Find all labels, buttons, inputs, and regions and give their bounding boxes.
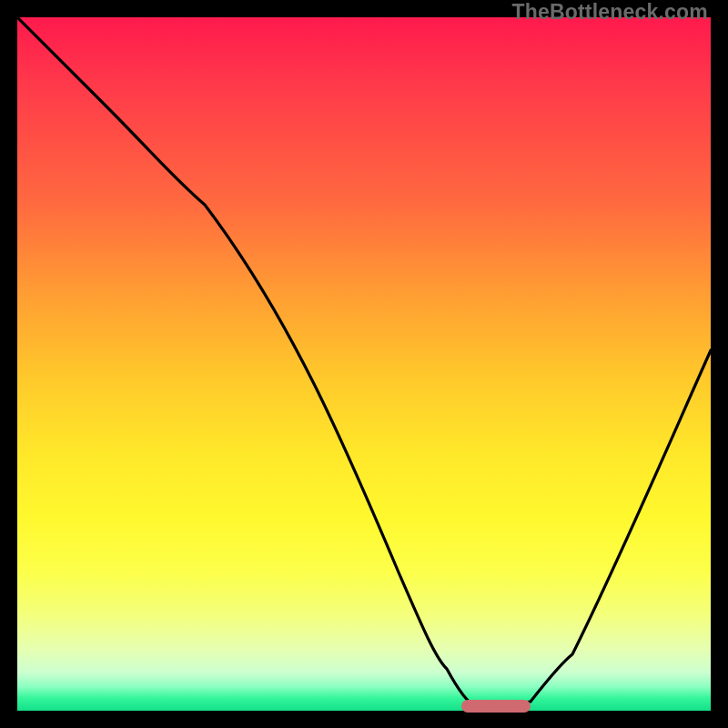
watermark-text: TheBottleneck.com bbox=[511, 0, 708, 25]
chart-plot-area bbox=[17, 17, 711, 711]
chart-frame: TheBottleneck.com bbox=[0, 0, 728, 728]
curve-path bbox=[17, 17, 711, 711]
optimal-range-marker bbox=[461, 700, 531, 713]
bottleneck-curve bbox=[17, 17, 711, 711]
